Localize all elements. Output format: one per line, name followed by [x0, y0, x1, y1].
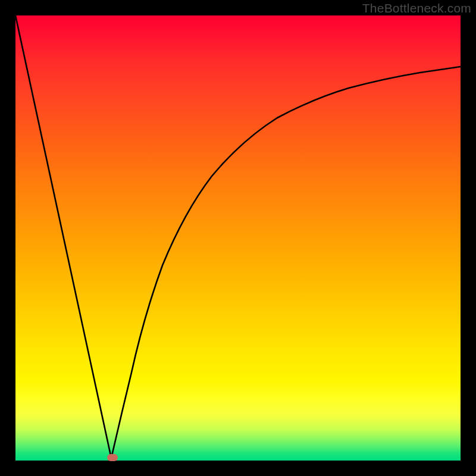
- plot-area: [15, 15, 461, 461]
- watermark-text: TheBottleneck.com: [362, 1, 471, 15]
- curve-right-rise: [111, 67, 461, 458]
- minimum-marker: [107, 454, 118, 461]
- curve-left-descent: [15, 15, 111, 458]
- curve-layer: [15, 15, 461, 461]
- chart-frame: TheBottleneck.com: [0, 0, 476, 476]
